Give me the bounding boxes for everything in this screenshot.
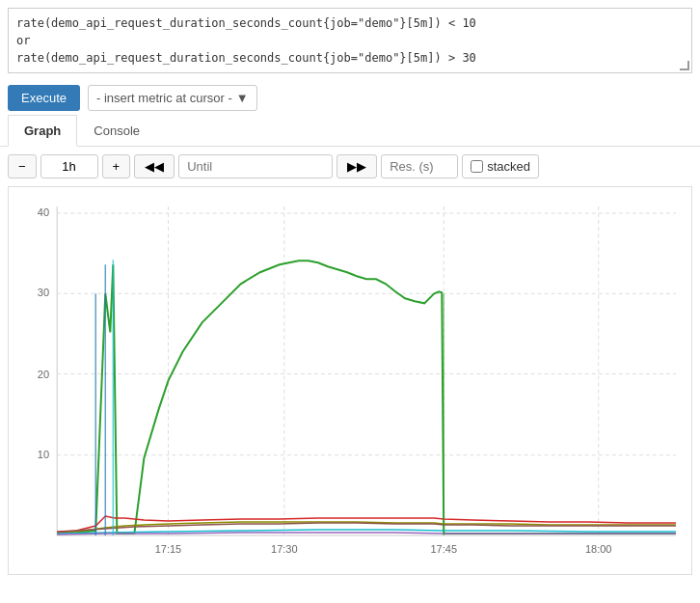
query-line1: rate(demo_api_request_duration_seconds_c… <box>16 14 684 32</box>
stacked-checkbox[interactable] <box>471 160 483 173</box>
toolbar: Execute - insert metric at cursor - ▼ <box>0 81 700 115</box>
execute-button[interactable]: Execute <box>8 85 80 111</box>
graph-container: 10 20 30 40 17:15 17:30 17:45 18:00 <box>8 186 692 575</box>
insert-metric-select[interactable]: - insert metric at cursor - ▼ <box>88 85 257 111</box>
time-prev-button[interactable]: ◀◀ <box>134 154 175 178</box>
tab-graph[interactable]: Graph <box>8 115 77 147</box>
query-line3: rate(demo_api_request_duration_seconds_c… <box>16 49 684 67</box>
resize-handle[interactable] <box>680 61 689 70</box>
svg-text:20: 20 <box>38 369 49 380</box>
svg-text:18:00: 18:00 <box>585 543 612 555</box>
graph-controls: − + ◀◀ ▶▶ stacked <box>0 147 700 186</box>
res-input[interactable] <box>381 154 458 178</box>
svg-text:17:15: 17:15 <box>155 543 182 555</box>
tabs-bar: Graph Console <box>0 115 700 147</box>
range-input[interactable] <box>40 154 98 178</box>
insert-metric-label: - insert metric at cursor - <box>96 91 232 105</box>
time-next-button[interactable]: ▶▶ <box>337 154 377 178</box>
graph-svg: 10 20 30 40 17:15 17:30 17:45 18:00 <box>9 187 691 574</box>
svg-text:17:45: 17:45 <box>430 543 457 555</box>
query-area[interactable]: rate(demo_api_request_duration_seconds_c… <box>8 8 692 73</box>
range-increase-button[interactable]: + <box>102 154 131 178</box>
stacked-label: stacked <box>487 159 530 174</box>
until-input[interactable] <box>178 154 333 178</box>
svg-text:10: 10 <box>38 449 49 460</box>
chevron-down-icon: ▼ <box>236 91 249 105</box>
svg-text:30: 30 <box>38 287 49 298</box>
range-decrease-button[interactable]: − <box>8 154 37 178</box>
svg-rect-0 <box>9 187 691 574</box>
stacked-checkbox-label[interactable]: stacked <box>462 154 539 178</box>
tab-console[interactable]: Console <box>77 115 156 147</box>
svg-text:17:30: 17:30 <box>271 543 298 555</box>
svg-text:40: 40 <box>38 206 49 218</box>
query-line2: or <box>16 32 684 49</box>
